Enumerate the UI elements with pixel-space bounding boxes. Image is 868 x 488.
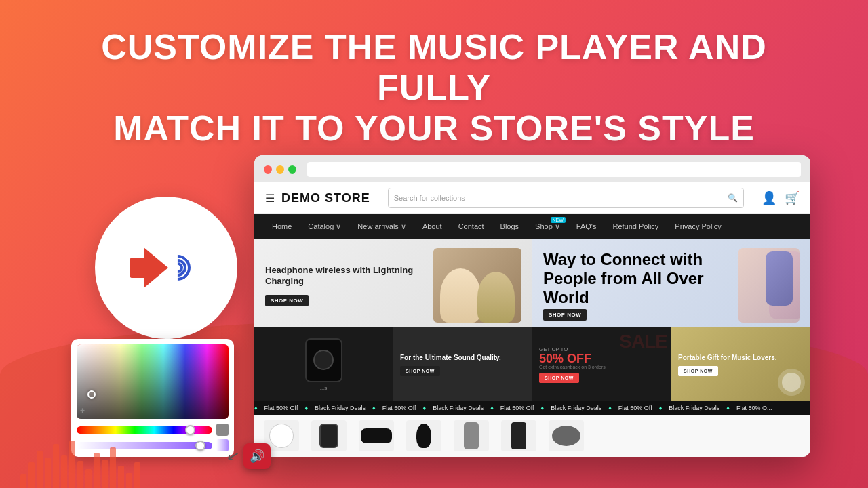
speaker-emoji: 🔊 [250,449,264,464]
color-preview [216,424,229,436]
eq-bar [28,462,35,488]
cart-icon[interactable]: 🛒 [785,190,800,205]
ultimate-title: For the Ultimate Sound Quality. [400,353,501,362]
headline-line1: CUSTOMIZE THE MUSIC PLAYER AND FULLY [101,27,767,107]
headline-line2: MATCH IT TO YOUR STORE'S STYLE [113,108,755,148]
bottom-product-speaker2 [498,420,539,451]
bottom-product-phone [451,420,492,451]
ticker-item7: Flat 50% Off [612,405,659,411]
hero-banner-left: Headphone wireless with Lightning Chargi… [254,239,532,332]
sale-cta[interactable]: SHOP NOW [539,373,579,383]
traffic-lights [264,165,296,174]
nav-contact[interactable]: Contact [452,214,491,239]
hero-left-title: Headphone wireless with Lightning Chargi… [265,265,427,288]
hero-section: Headphone wireless with Lightning Chargi… [254,239,810,327]
bottom-product-watch [309,420,349,451]
eq-bar [94,453,100,488]
hero-right-title: Way to Connect with People from All Over… [543,250,732,307]
product-deal-label: ...s [320,385,328,391]
alpha-thumb[interactable] [195,441,205,451]
portable-cta[interactable]: SHOP NOW [678,366,718,376]
ultimate-cta[interactable]: SHOP NOW [400,366,440,376]
eq-bar [102,460,108,488]
ticker-bar: ♦ Flat 50% Off ♦ Black Friday Deals ♦ Fl… [254,401,810,415]
product-card-speaker: ...s [254,327,393,401]
ticker-item2: Black Friday Deals [308,405,372,411]
eq-bar [37,451,43,488]
ticker-item5: Flat 50% Off [494,405,541,411]
minimize-button[interactable] [276,165,284,174]
bottom-product-vr [356,420,397,451]
store-logo: DEMO STORE [281,191,370,205]
hue-slider[interactable] [77,426,212,434]
eq-bar [110,447,116,488]
eq-bar [134,462,140,488]
equalizer [20,437,140,488]
eq-bar [61,455,67,488]
left-panel: + [58,197,275,457]
eq-bar [118,466,124,488]
url-bar[interactable] [307,162,801,177]
nav-blogs[interactable]: Blogs [494,214,526,239]
products-row: ...s For the Ultimate Sound Quality. SHO… [254,327,810,401]
cross-icon: + [80,406,85,415]
product-card-ultimate: For the Ultimate Sound Quality. SHOP NOW [393,327,532,401]
eq-bar [53,444,59,488]
nav-about[interactable]: About [416,214,449,239]
ticker-item6: Black Friday Deals [544,405,608,411]
sale-percent: 50% OFF [539,352,591,365]
hero-banner-right: Way to Connect with People from All Over… [532,239,810,332]
search-placeholder: Search for collections [394,194,465,202]
bottom-product-camera [546,420,587,451]
nav-privacy[interactable]: Privacy Policy [668,214,728,239]
eq-bar [20,474,26,488]
eq-bar [85,469,92,488]
nav-catalog[interactable]: Catalog ∨ [301,214,348,239]
hero-left-image [433,248,521,323]
store-nav: Home Catalog ∨ New arrivals ∨ About Cont… [254,214,810,239]
sale-content: SALE GET UP TO 50% OFF Get extra cashbac… [532,327,671,401]
eq-bar [126,473,132,488]
arrow-icon: ↙ [225,446,241,466]
hero-right-cta[interactable]: SHOP NOW [543,309,587,321]
browser-mockup: ☰ DEMO STORE Search for collections 🔍 👤 … [254,155,810,457]
mini-speaker-icon[interactable]: 🔊 [243,443,271,469]
bottom-products [254,415,810,457]
eq-bar [45,458,51,488]
product-card-sale: SALE GET UP TO 50% OFF Get extra cashbac… [532,327,671,401]
hue-thumb[interactable] [185,425,195,435]
ultimate-content: For the Ultimate Sound Quality. SHOP NOW [393,327,532,401]
nav-faq[interactable]: FAQ's [570,214,604,239]
nav-new-arrivals[interactable]: New arrivals ∨ [351,214,413,239]
bottom-product-mouse [403,420,444,451]
headline-text: CUSTOMIZE THE MUSIC PLAYER AND FULLY MAT… [41,27,827,148]
sale-sub-text: Get extra cashback on 3 orders [539,365,606,369]
maximize-button[interactable] [288,165,296,174]
portable-title: Portable Gift for Music Lovers. [678,353,777,362]
close-button[interactable] [264,165,272,174]
new-badge: NEW [551,217,566,223]
store-action-icons: 👤 🛒 [762,190,800,205]
account-icon[interactable]: 👤 [762,190,776,205]
search-bar[interactable]: Search for collections 🔍 [388,188,744,208]
product-card-portable: Portable Gift for Music Lovers. SHOP NOW [671,327,810,401]
eq-bar [77,461,83,488]
eq-bar [69,441,75,488]
search-icon: 🔍 [728,193,738,203]
nav-shop[interactable]: Shop ∨ NEW [528,214,567,239]
music-icon-circle [95,197,237,339]
ticker-item8: Black Friday Deals [662,405,726,411]
hero-right-text: Way to Connect with People from All Over… [543,250,732,321]
nav-refund[interactable]: Refund Policy [606,214,665,239]
mini-player-area: ↙ 🔊 [227,443,271,469]
sale-watermark: SALE [619,331,667,352]
ticker-item4: Black Friday Deals [426,405,490,411]
hero-right-image [738,248,800,323]
browser-chrome [254,155,810,182]
store-header: ☰ DEMO STORE Search for collections 🔍 👤 … [254,182,810,214]
hero-left-text: Headphone wireless with Lightning Chargi… [265,265,427,307]
ticker-item3: Flat 50% Off [376,405,423,411]
headline-section: CUSTOMIZE THE MUSIC PLAYER AND FULLY MAT… [0,0,868,162]
